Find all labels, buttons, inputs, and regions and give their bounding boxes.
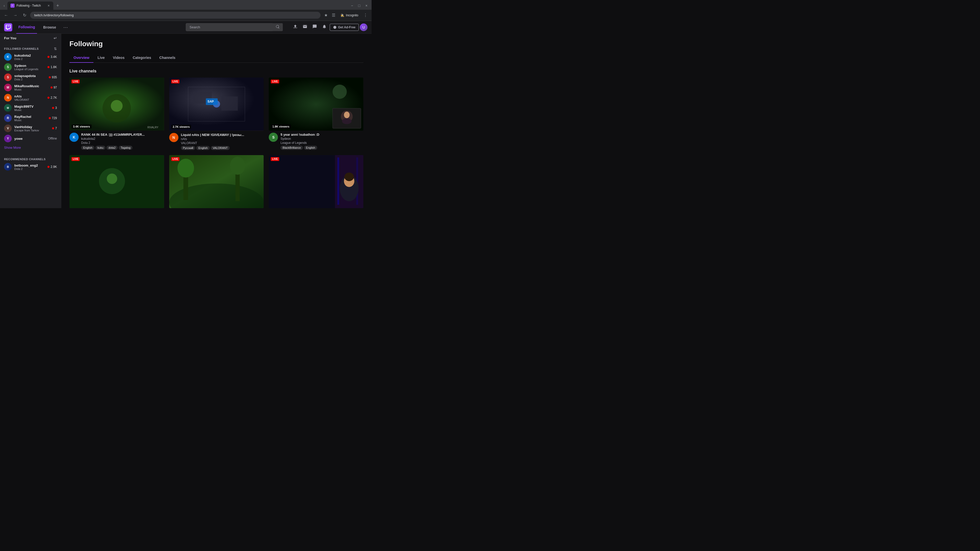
viewer-count-2: 2.7K viewers [171,125,191,129]
svg-point-21 [107,173,117,184]
search-submit-button[interactable] [272,23,283,31]
tab-videos[interactable]: Videos [109,53,129,63]
search-container [186,23,283,31]
crown-icon-button[interactable] [291,22,300,32]
stream-card-sydeon[interactable]: LIVE 1.8K viewers S 5 year anni !subatho… [269,78,363,150]
stream-tag[interactable]: BlackBrilliance [280,146,303,150]
stream-tag[interactable]: English [81,146,94,150]
twitch-logo[interactable] [4,23,12,32]
address-text: twitch.tv/directory/following [34,13,317,17]
channel-item-sydeon[interactable]: S Sydeon League of Legends 1.8K [0,62,61,72]
tab-close-button[interactable]: × [47,3,50,8]
stream-thumbnail-5: LIVE [169,155,264,208]
stream-card-kukudota2[interactable]: LIVE RIVALRY LIVE 3.4K viewers K RANK 44… [69,78,164,150]
live-badge-2: LIVE [171,79,180,83]
channel-game: Music [14,88,48,91]
stream-card-6[interactable]: LIVE [269,155,363,208]
channel-info-vanholiday: VanHoliday Escape from Tarkov [14,125,49,132]
live-dot [48,66,49,68]
address-bar[interactable]: twitch.tv/directory/following [30,12,321,19]
close-window-button[interactable]: × [363,2,369,10]
stream-tag[interactable]: dota2 [107,146,118,150]
svg-rect-31 [337,157,339,205]
toolbar-icons: ★ ☰ 🕵 Incognito ⋮ [323,11,369,19]
channel-item-kukudota2[interactable]: K kukudota2 Dota 2 3.4K [0,52,61,62]
channel-viewers: 3.4K [48,55,57,59]
main-layout: For You ↵ FOLLOWED CHANNELS ⇅ K kukudota… [0,34,372,208]
stream-title-2: Liquid nAts | NEW !GIVEAWAY | !розы... [181,133,264,137]
stream-tag[interactable]: English [196,146,210,150]
channel-viewers: 1.8K [48,65,57,69]
svg-rect-9 [221,97,238,111]
reading-list-icon[interactable]: ☰ [330,11,337,19]
stream-tag[interactable]: kuku [95,146,105,150]
channel-game: Escape from Tarkov [14,129,49,132]
live-dot [48,166,49,168]
get-ad-free-button[interactable]: Get Ad-Free [330,24,359,31]
stream-thumbnail-6: LIVE [269,155,363,208]
live-dot [48,56,49,58]
nav-browse-link[interactable]: Browse [41,21,58,34]
active-tab[interactable]: T Following - Twitch × [7,2,53,10]
channel-game: Dota 2 [14,167,45,170]
channel-avatar-nats: N [4,94,12,102]
back-button[interactable]: ← [3,12,10,19]
followed-channels-label: FOLLOWED CHANNELS [4,47,39,50]
tab-categories[interactable]: Categories [129,53,155,63]
channel-name: MikaRoseMusic [14,84,48,88]
channel-avatar-magic899tv: M [4,104,12,112]
search-input[interactable] [186,23,283,31]
new-tab-button[interactable]: + [54,2,61,10]
nav-more-button[interactable]: ⋯ [62,24,69,31]
recommended-channels-header: RECOMMENDED CHANNELS [0,156,61,162]
stream-details-1: RANK 44 IN SEA :))) #11kMMRPLAYER... kuk… [81,133,164,150]
svg-point-2 [111,100,123,112]
stream-tag[interactable]: English [304,146,317,150]
mail-icon-button[interactable] [301,22,309,32]
user-avatar-button[interactable]: U [360,24,368,31]
stream-tag[interactable]: VALORANT [211,146,230,150]
channel-item-solapsapdota[interactable]: S solapsapdota Dota 2 935 [0,72,61,83]
channel-game: Dota 2 [14,57,45,60]
refresh-button[interactable]: ↻ [21,12,28,19]
channel-item-yowe[interactable]: Y yowe Offline [0,133,61,144]
incognito-label: Incognito [346,14,358,17]
forward-button[interactable]: → [12,12,19,19]
nav-following-link[interactable]: Following [16,21,37,34]
channel-viewers: 2.7K [48,96,57,100]
channel-name: Sydeon [14,64,45,68]
tab-overview[interactable]: Overview [69,53,94,63]
sort-channels-icon[interactable]: ⇅ [54,47,57,51]
stream-card-5[interactable]: LIVE [169,155,264,208]
tab-prev-arrow[interactable]: ‹ [2,3,6,9]
channel-item-mikarosemusic[interactable]: M MikaRoseMusic Music 97 [0,83,61,93]
incognito-button[interactable]: 🕵 Incognito [338,13,361,18]
tab-live[interactable]: Live [94,53,109,63]
channel-item-rayrachel[interactable]: R RayRachel Music 729 [0,113,61,123]
channel-item-magic899tv[interactable]: M Magic899TV Music 3 [0,103,61,113]
incognito-icon: 🕵 [340,14,344,17]
stream-card-4[interactable]: LIVE [69,155,164,208]
stream-tag[interactable]: Русский [181,146,196,150]
channel-info-betboom: betboom_eng2 Dota 2 [14,164,45,170]
stream-tags-1: English kuku dota2 Tagalog [81,146,164,150]
bell-icon-button[interactable] [320,22,329,32]
channel-item-betboom-eng2[interactable]: B betboom_eng2 Dota 2 2.9K [0,162,61,172]
live-badge-5: LIVE [171,157,180,161]
channel-item-vanholiday[interactable]: V VanHoliday Escape from Tarkov 7 [0,123,61,133]
channel-game: Music [14,119,46,122]
sidebar-for-you[interactable]: For You ↵ [0,34,61,43]
stream-game-3: League of Legends [280,141,363,144]
channel-info-solapsapdota: solapsapdota Dota 2 [14,74,46,81]
minimize-button[interactable]: − [349,2,355,10]
stream-card-nats[interactable]: SAP LIVE 2.7K viewers N Liquid nAts | NE… [169,78,264,150]
maximize-button[interactable]: □ [356,2,362,10]
tab-channels[interactable]: Channels [155,53,180,63]
browser-more-icon[interactable]: ⋮ [362,11,369,19]
stream-tag[interactable]: Tagalog [119,146,133,150]
stream-tags-3: BlackBrilliance English [280,146,363,150]
chat-icon-button[interactable] [310,22,319,32]
show-more-button[interactable]: Show More [0,144,61,151]
bookmark-star-icon[interactable]: ★ [323,11,329,19]
channel-item-nats[interactable]: N nAts VALORANT 2.7K [0,93,61,103]
